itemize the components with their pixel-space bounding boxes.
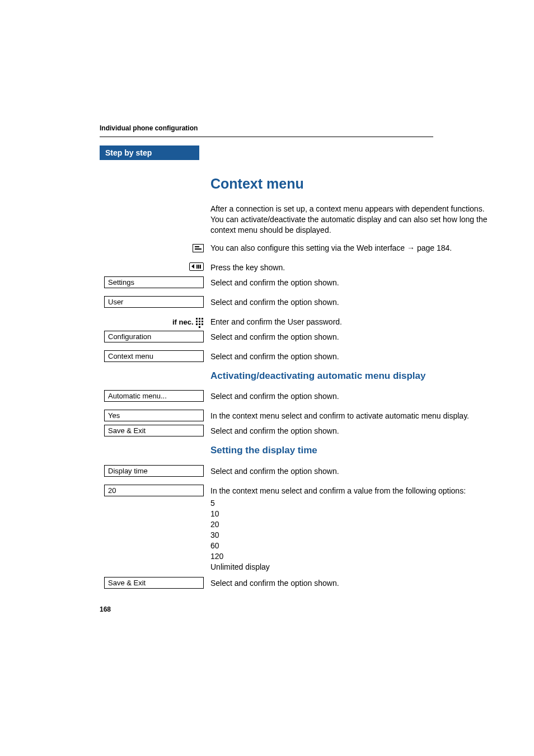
web-interface-note: You can also configure this setting via … [210, 243, 489, 253]
yes-desc: In the context menu select and confirm t… [210, 410, 489, 421]
value-item: 30 [210, 530, 489, 541]
step-by-step-banner: Step by step [100, 145, 199, 160]
option-context-menu[interactable]: Context menu [104, 350, 204, 362]
value-item: 10 [210, 509, 489, 519]
option-save-exit-2[interactable]: Save & Exit [104, 577, 204, 589]
option-display-time[interactable]: Display time [104, 465, 204, 477]
value-item: 60 [210, 541, 489, 551]
press-key-text: Press the key shown. [210, 262, 489, 273]
save-exit-desc-1: Select and confirm the option shown. [210, 425, 489, 436]
display-time-desc: Select and confirm the option shown. [210, 465, 489, 477]
header-rule [100, 137, 433, 137]
arrow-icon: → [407, 243, 415, 252]
option-automatic-menu[interactable]: Automatic menu... [104, 390, 204, 402]
option-yes[interactable]: Yes [104, 410, 204, 421]
option-settings[interactable]: Settings [104, 276, 204, 288]
option-save-exit-1[interactable]: Save & Exit [104, 425, 204, 436]
web-interface-icon [193, 244, 204, 252]
configuration-desc: Select and confirm the option shown. [210, 331, 489, 342]
subtitle-display-time: Setting the display time [210, 444, 489, 457]
context-menu-desc: Select and confirm the option shown. [210, 350, 489, 362]
menu-key-icon [189, 262, 204, 271]
settings-desc: Select and confirm the option shown. [210, 276, 489, 288]
option-value-20[interactable]: 20 [104, 485, 204, 496]
value-list: 5 10 20 30 60 120 Unlimited display [210, 498, 489, 572]
value-item: Unlimited display [210, 562, 489, 572]
if-nec-label: if nec. [172, 318, 194, 326]
web-note-text: You can also configure this setting via … [210, 243, 407, 252]
section-title: Context menu [210, 175, 489, 194]
value-item: 5 [210, 498, 489, 509]
value-item: 20 [210, 519, 489, 530]
keypad-icon [196, 318, 204, 327]
user-desc: Select and confirm the option shown. [210, 296, 489, 308]
running-header: Individual phone configuration [100, 124, 198, 132]
automatic-menu-desc: Select and confirm the option shown. [210, 390, 489, 402]
value-item: 120 [210, 551, 489, 562]
web-note-page: page 184. [415, 243, 452, 252]
option-user[interactable]: User [104, 296, 204, 308]
intro-paragraph: After a connection is set up, a context … [210, 204, 489, 236]
save-exit-desc-2: Select and confirm the option shown. [210, 577, 489, 589]
subtitle-activate: Activating/deactivating automatic menu d… [210, 370, 489, 382]
page-number: 168 [100, 605, 489, 613]
password-desc: Enter and confirm the User password. [210, 316, 489, 327]
value-intro: In the context menu select and confirm a… [210, 486, 489, 496]
option-configuration[interactable]: Configuration [104, 331, 204, 342]
